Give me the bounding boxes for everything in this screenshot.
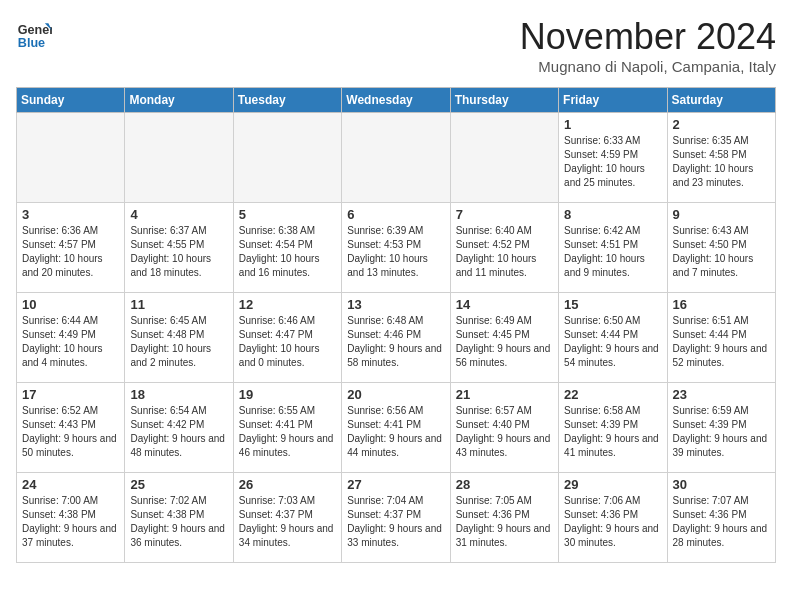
day-number: 18 [130,387,227,402]
day-number: 30 [673,477,770,492]
day-info: Sunrise: 6:46 AM Sunset: 4:47 PM Dayligh… [239,314,336,370]
title-block: November 2024 Mugnano di Napoli, Campani… [520,16,776,75]
calendar-cell: 20Sunrise: 6:56 AM Sunset: 4:41 PM Dayli… [342,383,450,473]
page-header: General Blue November 2024 Mugnano di Na… [16,16,776,75]
day-number: 3 [22,207,119,222]
day-number: 5 [239,207,336,222]
day-info: Sunrise: 6:54 AM Sunset: 4:42 PM Dayligh… [130,404,227,460]
day-info: Sunrise: 7:00 AM Sunset: 4:38 PM Dayligh… [22,494,119,550]
day-number: 25 [130,477,227,492]
calendar-cell: 29Sunrise: 7:06 AM Sunset: 4:36 PM Dayli… [559,473,667,563]
calendar-cell: 27Sunrise: 7:04 AM Sunset: 4:37 PM Dayli… [342,473,450,563]
day-info: Sunrise: 7:04 AM Sunset: 4:37 PM Dayligh… [347,494,444,550]
day-number: 27 [347,477,444,492]
calendar-cell: 22Sunrise: 6:58 AM Sunset: 4:39 PM Dayli… [559,383,667,473]
month-title: November 2024 [520,16,776,58]
week-row-3: 10Sunrise: 6:44 AM Sunset: 4:49 PM Dayli… [17,293,776,383]
calendar-table: SundayMondayTuesdayWednesdayThursdayFrid… [16,87,776,563]
day-info: Sunrise: 6:37 AM Sunset: 4:55 PM Dayligh… [130,224,227,280]
day-info: Sunrise: 6:49 AM Sunset: 4:45 PM Dayligh… [456,314,553,370]
day-number: 14 [456,297,553,312]
calendar-cell: 2Sunrise: 6:35 AM Sunset: 4:58 PM Daylig… [667,113,775,203]
calendar-cell [125,113,233,203]
calendar-cell: 23Sunrise: 6:59 AM Sunset: 4:39 PM Dayli… [667,383,775,473]
day-info: Sunrise: 7:05 AM Sunset: 4:36 PM Dayligh… [456,494,553,550]
calendar-cell: 1Sunrise: 6:33 AM Sunset: 4:59 PM Daylig… [559,113,667,203]
week-row-4: 17Sunrise: 6:52 AM Sunset: 4:43 PM Dayli… [17,383,776,473]
calendar-cell: 13Sunrise: 6:48 AM Sunset: 4:46 PM Dayli… [342,293,450,383]
day-number: 21 [456,387,553,402]
day-number: 15 [564,297,661,312]
day-number: 10 [22,297,119,312]
day-number: 6 [347,207,444,222]
day-info: Sunrise: 6:59 AM Sunset: 4:39 PM Dayligh… [673,404,770,460]
day-number: 22 [564,387,661,402]
day-info: Sunrise: 6:42 AM Sunset: 4:51 PM Dayligh… [564,224,661,280]
day-number: 16 [673,297,770,312]
day-number: 23 [673,387,770,402]
day-number: 7 [456,207,553,222]
day-info: Sunrise: 6:44 AM Sunset: 4:49 PM Dayligh… [22,314,119,370]
calendar-cell: 17Sunrise: 6:52 AM Sunset: 4:43 PM Dayli… [17,383,125,473]
calendar-cell: 3Sunrise: 6:36 AM Sunset: 4:57 PM Daylig… [17,203,125,293]
day-info: Sunrise: 6:33 AM Sunset: 4:59 PM Dayligh… [564,134,661,190]
col-header-sunday: Sunday [17,88,125,113]
day-number: 24 [22,477,119,492]
day-number: 26 [239,477,336,492]
day-info: Sunrise: 6:39 AM Sunset: 4:53 PM Dayligh… [347,224,444,280]
col-header-monday: Monday [125,88,233,113]
calendar-cell [17,113,125,203]
week-row-1: 1Sunrise: 6:33 AM Sunset: 4:59 PM Daylig… [17,113,776,203]
day-number: 20 [347,387,444,402]
calendar-cell: 26Sunrise: 7:03 AM Sunset: 4:37 PM Dayli… [233,473,341,563]
day-info: Sunrise: 6:38 AM Sunset: 4:54 PM Dayligh… [239,224,336,280]
day-number: 28 [456,477,553,492]
svg-text:Blue: Blue [18,36,45,50]
day-number: 4 [130,207,227,222]
day-info: Sunrise: 7:07 AM Sunset: 4:36 PM Dayligh… [673,494,770,550]
header-row: SundayMondayTuesdayWednesdayThursdayFrid… [17,88,776,113]
calendar-cell: 15Sunrise: 6:50 AM Sunset: 4:44 PM Dayli… [559,293,667,383]
logo: General Blue [16,16,52,52]
day-info: Sunrise: 6:56 AM Sunset: 4:41 PM Dayligh… [347,404,444,460]
calendar-cell: 8Sunrise: 6:42 AM Sunset: 4:51 PM Daylig… [559,203,667,293]
col-header-tuesday: Tuesday [233,88,341,113]
day-number: 8 [564,207,661,222]
day-info: Sunrise: 7:06 AM Sunset: 4:36 PM Dayligh… [564,494,661,550]
day-info: Sunrise: 6:45 AM Sunset: 4:48 PM Dayligh… [130,314,227,370]
week-row-2: 3Sunrise: 6:36 AM Sunset: 4:57 PM Daylig… [17,203,776,293]
day-info: Sunrise: 6:58 AM Sunset: 4:39 PM Dayligh… [564,404,661,460]
week-row-5: 24Sunrise: 7:00 AM Sunset: 4:38 PM Dayli… [17,473,776,563]
col-header-friday: Friday [559,88,667,113]
day-info: Sunrise: 6:36 AM Sunset: 4:57 PM Dayligh… [22,224,119,280]
day-info: Sunrise: 6:50 AM Sunset: 4:44 PM Dayligh… [564,314,661,370]
day-info: Sunrise: 6:40 AM Sunset: 4:52 PM Dayligh… [456,224,553,280]
day-number: 1 [564,117,661,132]
day-number: 11 [130,297,227,312]
day-number: 13 [347,297,444,312]
logo-icon: General Blue [16,16,52,52]
calendar-cell: 14Sunrise: 6:49 AM Sunset: 4:45 PM Dayli… [450,293,558,383]
day-number: 9 [673,207,770,222]
calendar-cell: 10Sunrise: 6:44 AM Sunset: 4:49 PM Dayli… [17,293,125,383]
day-number: 17 [22,387,119,402]
calendar-cell: 30Sunrise: 7:07 AM Sunset: 4:36 PM Dayli… [667,473,775,563]
calendar-cell: 24Sunrise: 7:00 AM Sunset: 4:38 PM Dayli… [17,473,125,563]
location-subtitle: Mugnano di Napoli, Campania, Italy [520,58,776,75]
day-info: Sunrise: 7:03 AM Sunset: 4:37 PM Dayligh… [239,494,336,550]
calendar-cell: 16Sunrise: 6:51 AM Sunset: 4:44 PM Dayli… [667,293,775,383]
calendar-cell [450,113,558,203]
day-info: Sunrise: 6:55 AM Sunset: 4:41 PM Dayligh… [239,404,336,460]
col-header-wednesday: Wednesday [342,88,450,113]
day-info: Sunrise: 7:02 AM Sunset: 4:38 PM Dayligh… [130,494,227,550]
day-number: 12 [239,297,336,312]
day-info: Sunrise: 6:51 AM Sunset: 4:44 PM Dayligh… [673,314,770,370]
day-info: Sunrise: 6:35 AM Sunset: 4:58 PM Dayligh… [673,134,770,190]
col-header-saturday: Saturday [667,88,775,113]
calendar-cell: 28Sunrise: 7:05 AM Sunset: 4:36 PM Dayli… [450,473,558,563]
day-number: 29 [564,477,661,492]
day-info: Sunrise: 6:43 AM Sunset: 4:50 PM Dayligh… [673,224,770,280]
calendar-cell: 19Sunrise: 6:55 AM Sunset: 4:41 PM Dayli… [233,383,341,473]
day-info: Sunrise: 6:57 AM Sunset: 4:40 PM Dayligh… [456,404,553,460]
day-number: 19 [239,387,336,402]
